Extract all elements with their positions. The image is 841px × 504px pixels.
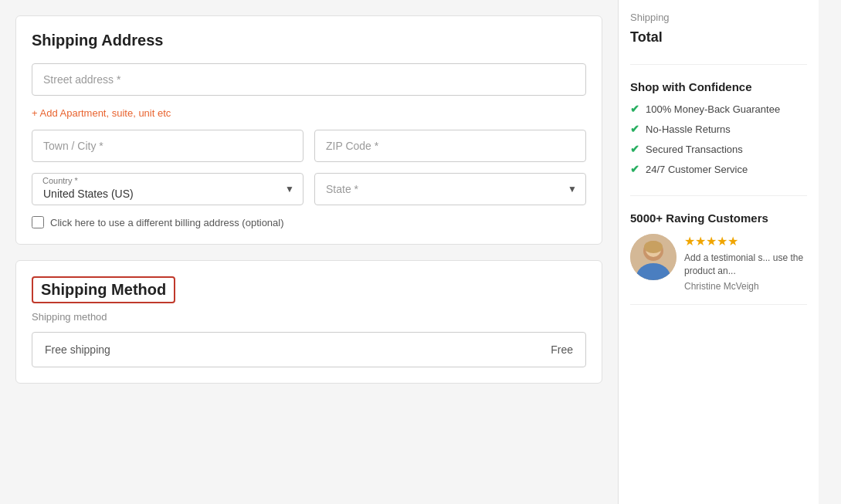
add-apartment-link[interactable]: + Add Apartment, suite, unit etc xyxy=(32,107,171,119)
check-icon-2: ✔ xyxy=(630,123,639,135)
billing-checkbox[interactable] xyxy=(32,216,44,228)
street-address-input[interactable] xyxy=(32,63,586,96)
svg-point-4 xyxy=(644,241,663,253)
confidence-label-4: 24/7 Customer Service xyxy=(646,164,748,175)
confidence-item-1: ✔ 100% Money-Back Guarantee xyxy=(630,103,807,115)
shipping-method-subtitle: Shipping method xyxy=(32,311,586,323)
sidebar-totals-section: Shipping Total xyxy=(630,12,807,65)
country-select-inner: Country * United States (US) ▼ xyxy=(32,173,304,205)
town-city-group xyxy=(32,130,304,162)
confidence-label-1: 100% Money-Back Guarantee xyxy=(646,103,780,115)
confidence-label-3: Secured Transactions xyxy=(646,144,743,155)
customers-section: 5000+ Raving Customers ★★★★★ Add a testi… xyxy=(630,211,807,305)
country-state-row: Country * United States (US) ▼ State * ▼ xyxy=(32,173,586,205)
shipping-address-card: Shipping Address + Add Apartment, suite,… xyxy=(15,15,602,245)
zip-code-group xyxy=(314,130,586,162)
shipping-address-title: Shipping Address xyxy=(32,32,586,49)
customers-title: 5000+ Raving Customers xyxy=(630,211,807,225)
shipping-method-title: Shipping Method xyxy=(32,276,175,303)
sidebar: Shipping Total Shop with Confidence ✔ 10… xyxy=(618,0,819,504)
sidebar-total-label: Total xyxy=(630,29,663,46)
confidence-section: Shop with Confidence ✔ 100% Money-Back G… xyxy=(630,80,807,196)
sidebar-shipping-label: Shipping xyxy=(630,12,670,23)
confidence-item-3: ✔ Secured Transactions xyxy=(630,143,807,155)
free-shipping-label: Free shipping xyxy=(45,343,110,356)
country-group: Country * United States (US) ▼ xyxy=(32,173,304,205)
free-shipping-price: Free xyxy=(551,343,573,356)
avatar xyxy=(630,234,677,280)
billing-checkbox-group: Click here to use a different billing ad… xyxy=(32,216,586,228)
shipping-method-card: Shipping Method Shipping method Free shi… xyxy=(15,260,602,384)
street-address-group xyxy=(32,63,586,96)
check-icon-1: ✔ xyxy=(630,103,639,115)
check-icon-3: ✔ xyxy=(630,143,639,155)
shipping-option-row: Free shipping Free xyxy=(32,332,586,367)
testimonial-name: Christine McVeigh xyxy=(684,281,807,292)
confidence-label-2: No-Hassle Returns xyxy=(646,123,731,135)
avatar-svg xyxy=(630,234,677,280)
country-label: Country * xyxy=(42,176,78,185)
town-city-input[interactable] xyxy=(32,130,304,162)
confidence-title: Shop with Confidence xyxy=(630,80,807,93)
testimonial-row: ★★★★★ Add a testimonial s... use the pro… xyxy=(630,234,807,292)
confidence-item-2: ✔ No-Hassle Returns xyxy=(630,123,807,135)
testimonial-stars: ★★★★★ xyxy=(684,234,807,249)
testimonial-text: Add a testimonial s... use the product a… xyxy=(684,252,807,278)
city-zip-row xyxy=(32,130,586,162)
check-icon-4: ✔ xyxy=(630,163,639,175)
confidence-item-4: ✔ 24/7 Customer Service xyxy=(630,163,807,175)
billing-checkbox-label[interactable]: Click here to use a different billing ad… xyxy=(50,217,284,228)
zip-code-input[interactable] xyxy=(314,130,586,162)
sidebar-total-row: Total xyxy=(630,29,807,46)
sidebar-shipping-row: Shipping xyxy=(630,12,807,23)
testimonial-content: ★★★★★ Add a testimonial s... use the pro… xyxy=(684,234,807,292)
state-select[interactable]: State * xyxy=(314,173,586,205)
state-group: State * ▼ xyxy=(314,173,586,205)
